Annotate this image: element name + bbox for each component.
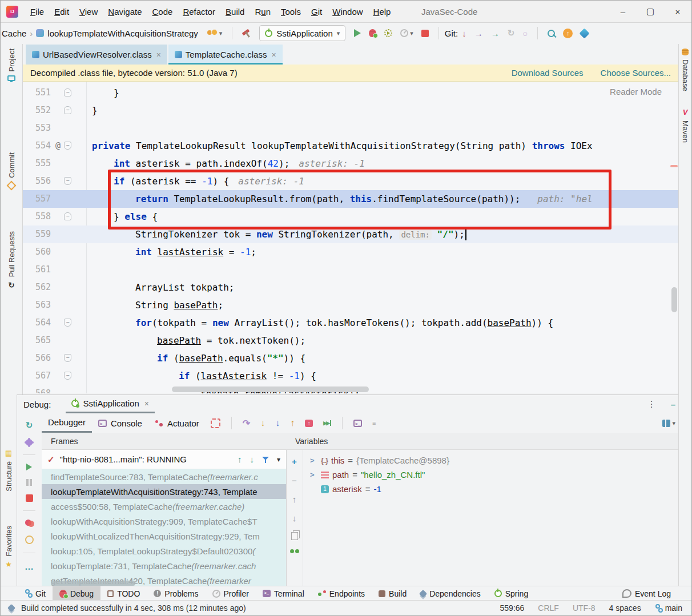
expand-chevron-icon[interactable]: >: [310, 456, 317, 465]
line-number[interactable]: 551: [22, 84, 51, 102]
code-line[interactable]: 553: [22, 119, 679, 137]
variable-row[interactable]: >path = "hello_zh_CN.ftl": [303, 468, 683, 482]
file-encoding[interactable]: UTF-8: [573, 603, 596, 613]
breadcrumb-method[interactable]: lookupTemplateWithAcquisitionStrategy: [47, 29, 198, 38]
stop-icon[interactable]: [26, 494, 33, 502]
menu-file[interactable]: File: [25, 7, 49, 17]
line-number[interactable]: 558: [22, 208, 51, 226]
gear-icon[interactable]: [26, 439, 33, 446]
line-number[interactable]: 564: [22, 314, 51, 332]
next-frame-icon[interactable]: ↓: [250, 454, 254, 464]
git-push-button[interactable]: →: [474, 29, 483, 38]
git-branch-widget[interactable]: main: [655, 603, 682, 613]
toolwindow-todo[interactable]: TODO: [100, 586, 147, 601]
line-number[interactable]: 556: [22, 172, 51, 190]
run-button[interactable]: [354, 29, 361, 37]
toolwindow-event-log[interactable]: Event Log: [615, 586, 678, 601]
indent-style[interactable]: 4 spaces: [609, 603, 641, 613]
code-line[interactable]: 561: [22, 261, 679, 279]
drop-frame-button[interactable]: ↑: [305, 420, 313, 427]
sidebar-item-favorites[interactable]: Favorites ★: [1, 526, 17, 569]
toolwindow-debug[interactable]: Debug: [53, 586, 100, 601]
choose-sources-link[interactable]: Choose Sources...: [601, 68, 671, 78]
stack-frame-row[interactable]: lookupTemplateWithAcquisitionStrategy:74…: [42, 484, 286, 499]
menu-tools[interactable]: Tools: [276, 7, 306, 17]
sidebar-item-pull-requests[interactable]: Pull Requests ↻: [1, 231, 22, 289]
code-line[interactable]: 566−if (basePath.equals("*")) {: [22, 349, 679, 367]
code-line[interactable]: 554@−private TemplateLookupResult lookup…: [22, 137, 679, 155]
thread-selector[interactable]: ✓ "http-nio-8081...main": RUNNING ↑ ↓ ▾: [42, 450, 286, 469]
menu-git[interactable]: Git: [306, 7, 327, 17]
step-out-button[interactable]: ↑: [290, 418, 295, 428]
code-line[interactable]: 564−for(tokpath = new ArrayList(); tok.h…: [22, 314, 679, 332]
run-with-coverage-button[interactable]: [384, 29, 392, 37]
line-number[interactable]: 568: [22, 385, 51, 393]
minimize-button[interactable]: –: [609, 1, 637, 22]
code-line[interactable]: 562ArrayList tokpath;: [22, 279, 679, 296]
stack-frame-row[interactable]: lookupTemplate:731, TemplateCache (freem…: [42, 558, 286, 573]
line-number[interactable]: 566: [22, 349, 51, 367]
filter-icon[interactable]: [262, 456, 269, 463]
sidebar-item-commit[interactable]: Commit: [1, 152, 22, 189]
menu-build[interactable]: Build: [220, 7, 250, 17]
debug-session-tab[interactable]: SstiApplication ×: [66, 395, 155, 413]
vertical-scrollbar[interactable]: [671, 287, 677, 312]
code-line[interactable]: 560int lastAsterisk = -1;: [22, 243, 679, 261]
pause-icon[interactable]: [26, 479, 32, 486]
line-number[interactable]: 560: [22, 243, 51, 261]
reader-mode-toggle[interactable]: Reader Mode: [610, 87, 662, 96]
stack-frame-row[interactable]: lookupWithAcquisitionStrategy:909, Templ…: [42, 514, 286, 529]
run-to-cursor-button[interactable]: ▶▶: [323, 420, 331, 426]
menu-code[interactable]: Code: [147, 7, 178, 17]
line-number[interactable]: 555: [22, 155, 51, 172]
tab-actuator[interactable]: Actuator: [148, 413, 206, 433]
line-number[interactable]: 557: [22, 190, 51, 208]
search-everywhere-button[interactable]: [548, 30, 555, 37]
profiler-button[interactable]: ▾: [400, 29, 413, 37]
hide-panel-icon[interactable]: –: [671, 400, 675, 409]
close-session-icon[interactable]: ×: [144, 399, 149, 408]
update-available-button[interactable]: ↑: [563, 29, 573, 38]
run-configuration-select[interactable]: SstiApplication ▾: [259, 25, 345, 41]
force-step-into-button[interactable]: ↓: [275, 418, 280, 428]
toolwindow-endpoints[interactable]: Endpoints: [311, 586, 372, 601]
chevron-down-icon[interactable]: ▾: [277, 456, 280, 464]
menu-view[interactable]: View: [74, 7, 103, 17]
step-over-button[interactable]: ↷: [243, 418, 250, 429]
expand-chevron-icon[interactable]: >: [310, 470, 317, 479]
code-line[interactable]: 563String basePath;: [22, 296, 679, 314]
line-number[interactable]: 562: [22, 279, 51, 296]
toolwindow-terminal[interactable]: Terminal: [256, 586, 311, 601]
watches-glasses-icon[interactable]: [290, 549, 299, 554]
rerun-icon[interactable]: ↻: [26, 420, 33, 430]
maximize-button[interactable]: ▢: [637, 1, 664, 22]
breadcrumb-parent[interactable]: Cache: [2, 29, 26, 38]
git-rollback-button[interactable]: ○: [522, 29, 528, 38]
more-icon[interactable]: …: [25, 562, 34, 572]
line-number[interactable]: 552: [22, 102, 51, 119]
status-message[interactable]: Build completed successfully in 4 sec, 3…: [21, 603, 246, 613]
toolwindow-profiler[interactable]: Profiler: [206, 586, 256, 601]
toolwindow-git[interactable]: Git: [18, 586, 53, 601]
toolwindow-build[interactable]: Build: [372, 586, 413, 601]
debug-button[interactable]: [369, 29, 376, 37]
editor-tab-templatecache-class[interactable]: TemplateCache.class×: [168, 45, 283, 65]
variable-row[interactable]: 1asterisk = -1: [303, 482, 683, 496]
stack-frame-row[interactable]: findTemplateSource:783, TemplateCache (f…: [42, 469, 286, 484]
editor-tab-urlbasedviewresolver-class[interactable]: UrlBasedViewResolver.class×: [26, 45, 167, 65]
sidebar-item-structure[interactable]: ▦ Structure: [1, 449, 17, 492]
line-number[interactable]: 565: [22, 332, 51, 349]
menu-edit[interactable]: Edit: [49, 7, 74, 17]
move-up-icon[interactable]: ↑: [292, 494, 297, 504]
code-with-me-button[interactable]: ▾: [207, 29, 223, 37]
toolwindow-spring[interactable]: Spring: [488, 586, 535, 601]
view-breakpoints-icon[interactable]: [25, 520, 34, 527]
code-line[interactable]: 552−}: [22, 102, 679, 119]
mute-breakpoints-icon[interactable]: [25, 536, 34, 544]
close-tab-icon[interactable]: ×: [271, 50, 276, 59]
stack-frame-row[interactable]: access$500:58, TemplateCache (freemarker…: [42, 499, 286, 514]
sidebar-item-project[interactable]: Project: [1, 49, 22, 81]
download-sources-link[interactable]: Download Sources: [512, 68, 584, 78]
show-execution-point-button[interactable]: [211, 418, 220, 428]
code-line[interactable]: 565basePath = tok.nextToken();: [22, 332, 679, 349]
